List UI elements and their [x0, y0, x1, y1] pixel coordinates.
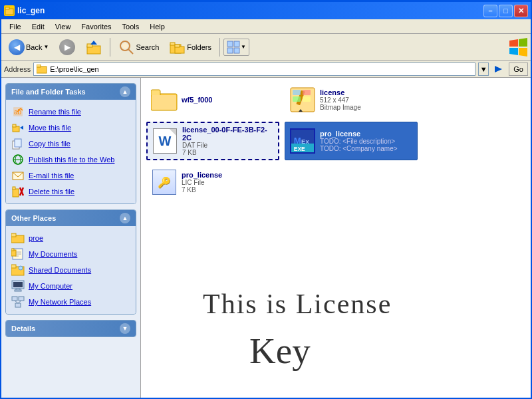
email-item[interactable]: E-mail this file — [9, 168, 133, 184]
wf5-file-name: wf5_f000 — [182, 96, 275, 104]
move-link[interactable]: Move this file — [29, 124, 71, 132]
license-dat-desc: DAT File — [182, 142, 274, 149]
menu-tools[interactable]: Tools — [117, 21, 145, 32]
network-places-item[interactable]: My Network Places — [9, 294, 133, 310]
forward-button[interactable]: ▶ — [55, 36, 80, 59]
email-link[interactable]: E-mail this file — [29, 172, 74, 180]
rename-item[interactable]: ab Rename this file — [9, 104, 133, 120]
details-header[interactable]: Details ▼ — [6, 321, 136, 336]
close-button[interactable]: ✕ — [514, 5, 528, 17]
copy-icon-svg — [12, 138, 24, 150]
my-computer-link[interactable]: My Computer — [29, 282, 72, 290]
file-item-license-dat[interactable]: license_00-0F-FE-3B-F2-2C DAT File 7 KB — [146, 122, 279, 160]
svg-rect-64 — [293, 96, 301, 102]
file-item-pro-license-exe[interactable]: M Ex EXE pro_license TODO: <File descrip… — [285, 122, 418, 160]
move-item[interactable]: Move this file — [9, 120, 133, 136]
xp-logo — [509, 38, 528, 57]
dat-icon-div — [153, 128, 177, 154]
proe-item[interactable]: proe — [9, 230, 133, 246]
svg-rect-58 — [152, 95, 176, 110]
rename-link[interactable]: Rename this file — [29, 108, 81, 116]
menu-help[interactable]: Help — [144, 21, 170, 32]
address-dropdown[interactable]: ▼ — [478, 63, 489, 76]
other-places-header[interactable]: Other Places ▲ — [6, 210, 136, 226]
svg-text:ab: ab — [14, 108, 22, 116]
file-item-pro-license-lic[interactable]: pro_license LIC File 7 KB — [146, 166, 279, 199]
delete-link[interactable]: Delete this file — [29, 188, 74, 196]
email-icon — [11, 169, 25, 182]
folders-button[interactable]: Folders — [165, 36, 216, 59]
wf5-folder-icon — [151, 86, 178, 113]
license-bmp-size: Bitmap Image — [320, 104, 413, 111]
my-documents-item[interactable]: My Documents — [9, 246, 133, 262]
svg-rect-1 — [5, 7, 9, 9]
pro-license-lic-info: pro_license LIC File 7 KB — [182, 171, 275, 194]
menu-file[interactable]: File — [4, 21, 27, 32]
copy-item[interactable]: Copy this file — [9, 136, 133, 152]
menu-favorites[interactable]: Favorites — [76, 21, 116, 32]
up-icon — [86, 39, 102, 55]
move-icon-svg — [12, 122, 24, 134]
license-bmp-desc: 512 x 447 — [320, 96, 413, 104]
search-icon — [118, 39, 134, 55]
search-button[interactable]: Search — [114, 36, 164, 59]
svg-marker-25 — [20, 126, 23, 130]
svg-rect-50 — [15, 290, 21, 291]
details-section: Details ▼ — [5, 320, 136, 337]
svg-text:This is License: This is License — [203, 289, 392, 319]
shared-documents-item[interactable]: Shared Documents — [9, 262, 133, 278]
back-button[interactable]: ◀ Back ▼ — [4, 36, 53, 59]
maximize-button[interactable]: □ — [499, 5, 513, 17]
proe-folder-icon — [11, 231, 25, 245]
menu-view[interactable]: View — [50, 21, 76, 32]
delete-icon — [11, 185, 25, 198]
pro-license-lic-name: pro_license — [182, 171, 275, 179]
file-item-wf5-folder[interactable]: wf5_f000 — [146, 83, 279, 116]
file-tasks-header[interactable]: File and Folder Tasks ▲ — [6, 84, 136, 100]
shared-documents-icon — [11, 263, 25, 277]
pro-license-lic-icon — [151, 169, 178, 196]
up-button[interactable] — [81, 36, 106, 59]
license-bmp-name: license — [320, 88, 413, 96]
network-svg — [11, 296, 25, 308]
views-button[interactable]: ▼ — [223, 39, 249, 56]
toolbar-sep-1 — [110, 38, 110, 57]
my-documents-icon — [11, 247, 25, 261]
file-tasks-content: ab Rename this file — [6, 100, 136, 203]
copy-link[interactable]: Copy this file — [29, 140, 70, 148]
other-places-content: proe My — [6, 226, 136, 314]
license-dat-name: license_00-0F-FE-3B-F2-2C — [182, 126, 274, 142]
svg-line-55 — [18, 301, 21, 303]
my-computer-item[interactable]: My Computer — [9, 278, 133, 294]
proe-folder-svg — [11, 233, 25, 243]
svg-rect-27 — [15, 139, 21, 147]
delete-item[interactable]: Delete this file — [9, 184, 133, 200]
license-bmp-icon — [289, 86, 316, 113]
proe-link[interactable]: proe — [29, 234, 43, 242]
minimize-button[interactable]: – — [483, 5, 497, 17]
bitmap-icon-svg — [289, 86, 316, 113]
back-dropdown-icon: ▼ — [43, 44, 49, 50]
svg-rect-17 — [37, 65, 41, 67]
address-go-arrow — [493, 63, 506, 76]
license-bmp-info: license 512 x 447 Bitmap Image — [320, 88, 413, 111]
email-icon-svg — [12, 170, 24, 182]
publish-link[interactable]: Publish this file to the Web — [29, 156, 114, 164]
svg-point-46 — [19, 266, 23, 270]
back-icon: ◀ — [9, 39, 25, 55]
my-documents-link[interactable]: My Documents — [29, 250, 77, 258]
network-places-link[interactable]: My Network Places — [29, 298, 91, 306]
menu-edit[interactable]: Edit — [27, 21, 50, 32]
license-dat-info: license_00-0F-FE-3B-F2-2C DAT File 7 KB — [182, 126, 274, 156]
svg-rect-43 — [11, 249, 14, 251]
pro-lic-icon-div: M Ex EXE — [290, 128, 315, 154]
svg-rect-48 — [13, 282, 23, 287]
shared-documents-link[interactable]: Shared Documents — [29, 266, 91, 274]
svg-text:Key: Key — [249, 331, 311, 371]
publish-item[interactable]: Publish this file to the Web — [9, 152, 133, 168]
file-item-license-bmp[interactable]: license 512 x 447 Bitmap Image — [285, 83, 418, 116]
search-label: Search — [136, 43, 159, 51]
address-label: Address — [4, 65, 31, 73]
files-grid: wf5_f000 — [146, 83, 525, 199]
go-button[interactable]: Go — [509, 63, 528, 76]
